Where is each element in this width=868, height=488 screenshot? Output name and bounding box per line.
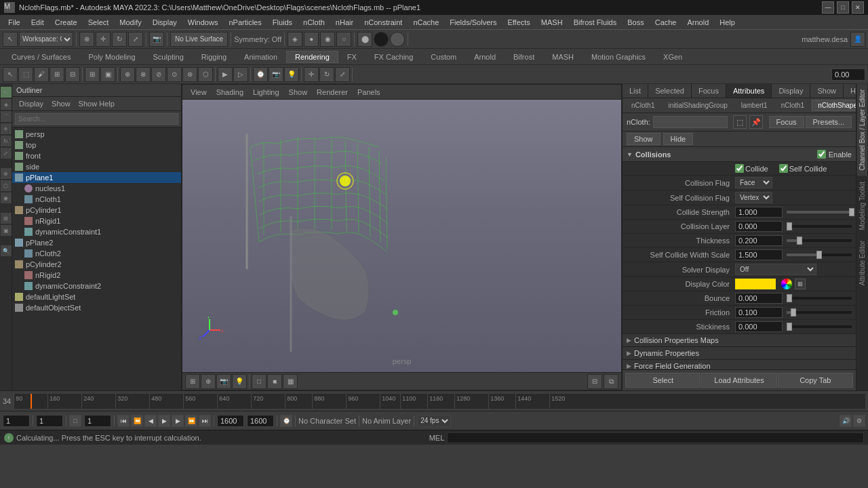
menu-help[interactable]: Help bbox=[714, 17, 741, 28]
outliner-item-pcylinder1[interactable]: pCylinder1 bbox=[12, 205, 181, 216]
collide-strength-input[interactable] bbox=[735, 207, 783, 218]
load-attributes-button[interactable]: Load Attributes bbox=[701, 373, 776, 388]
tab-rendering[interactable]: Rendering bbox=[286, 51, 338, 63]
vptb-texture-icon[interactable]: ▦ bbox=[283, 374, 298, 389]
playback-start-input[interactable] bbox=[217, 415, 244, 427]
tab-curves-surfaces[interactable]: Curves / Surfaces bbox=[3, 51, 79, 63]
tb-snap-icon[interactable]: ⊕ bbox=[79, 32, 94, 47]
outliner-item-top[interactable]: top bbox=[12, 140, 181, 150]
vptb-cam-icon[interactable]: 📷 bbox=[216, 374, 231, 389]
tab-focus[interactable]: Focus bbox=[692, 84, 726, 98]
collisions-header[interactable]: ▼ Collisions Enable bbox=[623, 147, 856, 162]
node-tab-ncloth1b[interactable]: nCloth1 bbox=[775, 100, 810, 111]
node-tab-lambert[interactable]: lambert1 bbox=[735, 100, 774, 111]
frame-current-input[interactable] bbox=[36, 415, 63, 427]
tb2-history-icon[interactable]: ⌚ bbox=[253, 67, 268, 82]
outliner-item-nrigid1[interactable]: nRigid1 bbox=[12, 216, 181, 226]
tb2-snap1-icon[interactable]: ⊞ bbox=[50, 67, 64, 82]
tab-attributes[interactable]: Attributes bbox=[726, 84, 772, 98]
tb2-snap7-icon[interactable]: ⊛ bbox=[182, 67, 197, 82]
vptb-iso-icon[interactable]: ⧉ bbox=[604, 374, 618, 389]
tb2-move-icon[interactable]: ✛ bbox=[304, 67, 319, 82]
outliner-item-pplane2[interactable]: pPlane2 bbox=[12, 237, 181, 248]
vp-menu-panels[interactable]: Panels bbox=[353, 87, 384, 98]
stickiness-input[interactable] bbox=[735, 321, 783, 332]
vptb-snap-icon[interactable]: ⊕ bbox=[201, 374, 216, 389]
value-input[interactable] bbox=[831, 68, 865, 81]
minimize-button[interactable]: — bbox=[822, 1, 834, 14]
tab-list[interactable]: List bbox=[623, 84, 648, 98]
playback-end-input[interactable] bbox=[247, 415, 274, 427]
thickness-slider[interactable] bbox=[787, 239, 852, 242]
vp-menu-view[interactable]: View bbox=[186, 87, 211, 98]
tab-fx-caching[interactable]: FX Caching bbox=[366, 51, 422, 63]
viewport-content[interactable]: X Y Z persp bbox=[182, 100, 621, 372]
tb-shader3-icon[interactable] bbox=[390, 32, 405, 47]
tab-poly-modeling[interactable]: Poly Modeling bbox=[79, 51, 144, 63]
frame-start-input[interactable] bbox=[3, 415, 30, 427]
collision-layer-slider[interactable] bbox=[787, 225, 852, 228]
vptb-light-icon[interactable]: 💡 bbox=[232, 374, 247, 389]
pb-next-key[interactable]: ⏩ bbox=[185, 415, 197, 427]
tab-selected[interactable]: Selected bbox=[648, 84, 692, 98]
tb2-camera-icon[interactable]: 📷 bbox=[269, 67, 283, 82]
sidebar-rotate-icon[interactable]: ↻ bbox=[1, 136, 12, 146]
force-field-section[interactable]: ▶ Force Field Generation bbox=[623, 360, 856, 369]
node-tab-nclothshape1[interactable]: nClothShape1 bbox=[812, 100, 856, 111]
timeline-ruler[interactable]: 80 160 240 320 480 560 640 720 800 880 9… bbox=[14, 394, 865, 409]
vptb-wire-icon[interactable]: □ bbox=[252, 374, 267, 389]
tb2-paint-icon[interactable]: 🖌 bbox=[34, 67, 49, 82]
sidebar-select-icon[interactable]: ↖ bbox=[1, 87, 12, 98]
sidebar-anim-icon[interactable]: ◉ bbox=[1, 192, 12, 203]
self-collide-checkbox[interactable] bbox=[779, 164, 788, 173]
menu-display[interactable]: Display bbox=[147, 17, 182, 28]
stickiness-slider[interactable] bbox=[787, 325, 852, 328]
pb-goto-end[interactable]: ⏭ bbox=[199, 415, 211, 427]
outliner-item-dynamic2[interactable]: dynamicConstraint2 bbox=[12, 281, 181, 291]
node-tab-ncloth1[interactable]: nCloth1 bbox=[625, 100, 660, 111]
menu-bifrost[interactable]: Bifrost Fluids bbox=[568, 17, 623, 28]
sidebar-search-icon[interactable]: 🔍 bbox=[1, 245, 12, 256]
audio-icon[interactable]: 🔊 bbox=[840, 415, 852, 427]
tb-render3-icon[interactable]: ○ bbox=[336, 32, 351, 47]
fps-select[interactable]: 24 fps 30 fps 60 fps bbox=[417, 415, 451, 427]
thickness-input[interactable] bbox=[735, 235, 783, 246]
collide-strength-slider[interactable] bbox=[787, 211, 852, 214]
sidebar-paint-icon[interactable]: ◈ bbox=[1, 99, 12, 110]
mel-input[interactable] bbox=[447, 432, 864, 443]
collision-layer-input[interactable] bbox=[735, 221, 783, 232]
show-button[interactable]: Show bbox=[627, 133, 660, 145]
color-wheel-icon[interactable] bbox=[781, 279, 792, 289]
node-tab-shadinggroup[interactable]: initialShadingGroup bbox=[662, 100, 733, 111]
tb-move-icon[interactable]: ✛ bbox=[96, 32, 111, 47]
tb-shader-icon[interactable]: ⬤ bbox=[357, 32, 372, 47]
anim-icon[interactable]: ⌚ bbox=[280, 415, 292, 427]
vp-menu-shading[interactable]: Shading bbox=[212, 87, 248, 98]
pb-goto-start[interactable]: ⏮ bbox=[117, 415, 130, 427]
outliner-menu-show[interactable]: Show bbox=[47, 98, 75, 109]
tab-sculpting[interactable]: Sculpting bbox=[144, 51, 193, 63]
sidebar-scale-icon[interactable]: ⤢ bbox=[1, 148, 12, 159]
pb-prev-frame[interactable]: ◀ bbox=[144, 415, 157, 427]
tb-select-icon[interactable]: ↖ bbox=[3, 32, 18, 47]
pb-play[interactable]: ▶ bbox=[158, 415, 170, 427]
tb2-light-icon[interactable]: 💡 bbox=[284, 67, 299, 82]
collide-checkbox[interactable] bbox=[735, 164, 744, 173]
copy-tab-button[interactable]: Copy Tab bbox=[778, 373, 853, 388]
tb-user-icon[interactable]: 👤 bbox=[850, 32, 865, 47]
sidebar-grid2-icon[interactable]: ▣ bbox=[1, 225, 12, 236]
display-color-swatch[interactable] bbox=[735, 279, 776, 289]
menu-select[interactable]: Select bbox=[83, 17, 115, 28]
tb2-scale-icon[interactable]: ⤢ bbox=[335, 67, 350, 82]
window-controls[interactable]: — □ ✕ bbox=[822, 1, 864, 14]
sidebar-grid-icon[interactable]: ⊞ bbox=[1, 213, 12, 224]
tab-fx[interactable]: FX bbox=[338, 51, 366, 63]
outliner-item-ncloth2[interactable]: nCloth2 bbox=[12, 248, 181, 259]
vtab-attribute[interactable]: Attribute Editor bbox=[857, 235, 867, 291]
bounce-slider[interactable] bbox=[787, 297, 852, 300]
focus-button[interactable]: Focus bbox=[769, 116, 804, 128]
color-menu-btn[interactable]: ⊞ bbox=[795, 279, 806, 289]
tab-custom[interactable]: Custom bbox=[422, 51, 465, 63]
sidebar-deform-icon[interactable]: ⬡ bbox=[1, 180, 12, 191]
tb2-grid-icon[interactable]: ⊞ bbox=[85, 67, 100, 82]
